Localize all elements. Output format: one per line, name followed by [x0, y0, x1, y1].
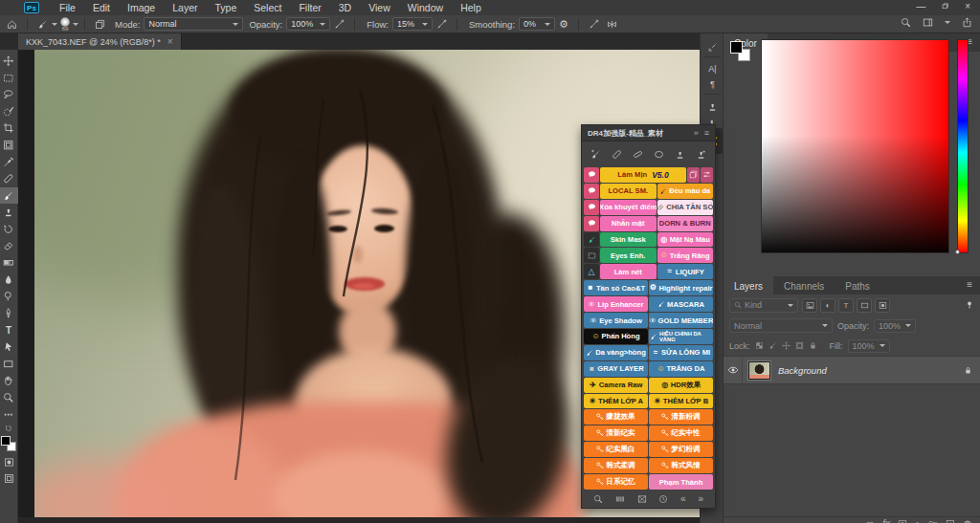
- tool-crop[interactable]: [0, 120, 18, 137]
- character-panel-icon[interactable]: A|: [701, 61, 724, 76]
- menu-help[interactable]: Help: [452, 1, 490, 14]
- dr4-button-mascara[interactable]: MASCARA: [649, 296, 713, 312]
- tool-more[interactable]: ⋯: [0, 405, 18, 423]
- patch-icon[interactable]: [633, 149, 643, 160]
- brush-settings-panel-icon[interactable]: [701, 39, 724, 54]
- menu-3d[interactable]: 3D: [330, 1, 360, 14]
- airbrush-pressure-icon[interactable]: [334, 19, 345, 30]
- menu-filter[interactable]: Filter: [290, 1, 329, 14]
- lock-brush-icon[interactable]: [768, 341, 777, 350]
- dr4-chip-chat-icon[interactable]: [584, 167, 599, 183]
- adjustments-icon[interactable]: ◐: [915, 519, 921, 523]
- tool-history-brush[interactable]: [0, 221, 18, 238]
- layer-fill-input[interactable]: 100%: [848, 339, 890, 353]
- foreground-color-swatch[interactable]: [730, 41, 743, 54]
- dr4-button-chia-t-n-s[interactable]: CHIA TẦN SỐ: [657, 200, 714, 215]
- filter-adjustments-icon[interactable]: ◐: [820, 298, 835, 313]
- dr4-button-button[interactable]: 纪实中性: [649, 425, 713, 441]
- tool-move[interactable]: [0, 53, 18, 70]
- panel-menu-icon[interactable]: ≡: [704, 128, 709, 138]
- tool-marquee[interactable]: [0, 70, 18, 87]
- mixer-brush-icon[interactable]: [590, 149, 601, 160]
- dr4-button-button[interactable]: 梦幻粉调: [649, 442, 713, 457]
- tool-path-select[interactable]: [0, 338, 18, 356]
- minimize-window-icon[interactable]: —: [916, 1, 925, 11]
- filter-type-icon[interactable]: T: [838, 298, 854, 313]
- layers-icon[interactable]: [687, 167, 700, 183]
- opacity-input[interactable]: 100%: [286, 17, 330, 31]
- dr4-button-button[interactable]: 韩式柔调: [584, 458, 648, 473]
- dr4-button-lip-enhancer[interactable]: Lip Enhancer: [584, 296, 648, 312]
- tool-pen[interactable]: [0, 305, 18, 322]
- clone-stamp-icon[interactable]: [675, 149, 685, 160]
- smoothing-options-gear-icon[interactable]: ⚙: [559, 19, 568, 30]
- sliders-icon[interactable]: [701, 167, 713, 183]
- tool-shape[interactable]: [0, 356, 18, 373]
- tool-blur[interactable]: [0, 272, 18, 289]
- lock-move-icon[interactable]: [782, 341, 791, 350]
- home-icon[interactable]: [7, 19, 17, 30]
- paint-symmetry-icon[interactable]: [607, 19, 617, 30]
- dr4-button-ph-n-h-ng[interactable]: ☺Phấn Hồng: [584, 329, 648, 344]
- ellipse-icon[interactable]: [654, 149, 664, 160]
- menu-type[interactable]: Type: [206, 1, 245, 14]
- tool-quick-select[interactable]: [0, 103, 18, 120]
- brush-preset-picker[interactable]: 69: [60, 17, 70, 32]
- menu-view[interactable]: View: [360, 1, 399, 14]
- blend-mode-select[interactable]: Normal: [144, 17, 243, 31]
- menu-file[interactable]: File: [51, 1, 84, 14]
- lock-padlock-icon[interactable]: [809, 341, 817, 350]
- dr4-button-m-t-n-m-u[interactable]: ◎Mặt Nạ Màu: [657, 232, 714, 248]
- screen-mode-icon[interactable]: [4, 473, 14, 484]
- dr4-button-l-m-m-n[interactable]: Làm MịnV5.0: [600, 167, 686, 183]
- barcode-icon[interactable]: [615, 494, 625, 504]
- share-icon[interactable]: [962, 17, 972, 28]
- filter-shape-icon[interactable]: [857, 298, 872, 313]
- dr4-button-tr-ng-da[interactable]: ☺TRẮNG DA: [649, 361, 713, 377]
- dr4-button-button[interactable]: 韩式风情: [649, 458, 713, 473]
- flow-input[interactable]: 15%: [392, 17, 433, 31]
- tool-hand[interactable]: [0, 372, 18, 389]
- tool-healing-brush[interactable]: [0, 170, 18, 187]
- dr4-chip-marquee-icon[interactable]: [584, 248, 599, 263]
- dr4-button-skin-mask[interactable]: Skin Mask: [600, 232, 657, 248]
- quick-mask-icon[interactable]: [4, 457, 14, 468]
- filter-toggle-pin-icon[interactable]: [965, 300, 974, 310]
- toggle-brush-settings-icon[interactable]: [95, 19, 105, 30]
- tool-frame[interactable]: [0, 137, 18, 154]
- dr4-button-button[interactable]: 纪实黑白: [584, 442, 648, 457]
- menu-layer[interactable]: Layer: [164, 1, 206, 14]
- dr4-button-hdr[interactable]: ◎HDR效果: [649, 378, 713, 393]
- framex-icon[interactable]: [637, 494, 647, 504]
- dr4-button-button[interactable]: 朦胧效果: [584, 409, 648, 425]
- dr4-button-button[interactable]: 清新粉调: [649, 409, 713, 425]
- tool-type[interactable]: T: [0, 322, 18, 339]
- collapse-panel-icon[interactable]: »: [694, 128, 699, 138]
- dr4-button-gold-member[interactable]: GOLD MEMBER: [649, 313, 713, 328]
- filter-mask-icon[interactable]: [875, 298, 890, 313]
- next-icon[interactable]: »: [698, 494, 703, 504]
- color-swatches[interactable]: [1, 436, 16, 451]
- dr4-button-ph-m-th-nh[interactable]: Phạm Thành: [649, 474, 713, 490]
- foreground-color[interactable]: [1, 436, 11, 446]
- dr4-button-tr-ng-r-ng[interactable]: ☺Trắng Răng: [657, 248, 714, 263]
- layers-panel-menu-icon[interactable]: ≡: [967, 279, 972, 290]
- dr4-chip-chat-icon[interactable]: [584, 200, 599, 215]
- folder-icon[interactable]: [928, 519, 938, 523]
- tool-zoom[interactable]: [0, 389, 18, 406]
- dr4-panel-header[interactable]: DR4加强版-精品_素材 » ≡: [582, 125, 715, 142]
- dr4-chip-chat-icon[interactable]: [584, 216, 599, 231]
- dr4-button-highlight-repair[interactable]: ⚙Highlight repair: [649, 280, 713, 295]
- hue-slider-handle[interactable]: [955, 250, 960, 254]
- lock-frame-icon[interactable]: [795, 341, 804, 350]
- layer-visibility-eye-icon[interactable]: [724, 357, 743, 383]
- hue-slider[interactable]: [957, 39, 969, 253]
- dr4-button-th-m-l-p-b[interactable]: ☀THÊM LỚP B: [649, 394, 713, 409]
- tool-clone-stamp[interactable]: [0, 204, 18, 221]
- prev-icon[interactable]: «: [680, 494, 686, 504]
- restore-window-icon[interactable]: [941, 2, 949, 11]
- dr4-button-camera-raw[interactable]: ✈Camera Raw: [584, 378, 648, 393]
- filter-photo-icon[interactable]: [802, 298, 817, 313]
- tool-eraser[interactable]: [0, 238, 18, 255]
- dr4-button-dorn-burn[interactable]: DORN & BURN: [657, 216, 714, 231]
